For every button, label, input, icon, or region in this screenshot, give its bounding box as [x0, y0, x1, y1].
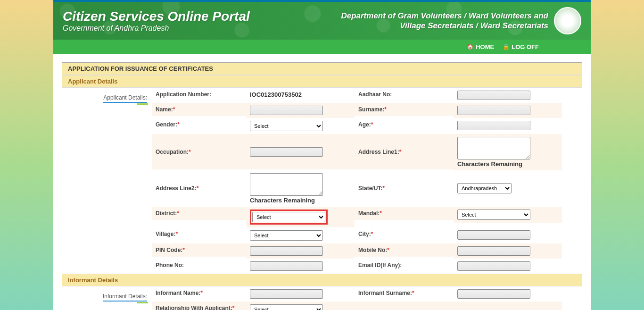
nav-home-label: HOME: [476, 43, 494, 50]
header-left: Citizen Services Online Portal Governmen…: [63, 9, 250, 33]
side-tab-informant: Informant Details:: [62, 286, 152, 310]
label-age: Age:*: [358, 121, 373, 128]
state-select[interactable]: Andhrapradesh: [457, 183, 512, 193]
section-applicant-body: Applicant Details: Application Number: I…: [62, 88, 582, 274]
addr2-textarea[interactable]: [250, 173, 323, 196]
label-aadhaar: Aadhaar No:: [358, 91, 392, 98]
inf-surname-input[interactable]: [457, 289, 530, 299]
portal-title: Citizen Services Online Portal: [63, 9, 250, 24]
mandal-select[interactable]: Select: [457, 209, 530, 220]
label-inf-name: Informant Name:*: [156, 290, 203, 296]
label-relation: Relationship With Applicant:*: [156, 305, 234, 310]
label-village: Village:*: [156, 231, 178, 237]
department-line2: Village Secretariats / Ward Secretariats: [341, 21, 548, 31]
label-phone: Phone No:: [156, 262, 184, 268]
label-addr2: Address Line2:*: [156, 185, 198, 192]
label-mandal: Mandal:*: [358, 210, 382, 217]
department-name: Department of Gram Volunteers / Ward Vol…: [341, 11, 548, 31]
value-app-no: IOC012300753502: [250, 91, 302, 98]
aadhaar-input[interactable]: [457, 91, 530, 100]
portal-subtitle: Government of Andhra Pradesh: [63, 24, 250, 33]
department-line1: Department of Gram Volunteers / Ward Vol…: [341, 11, 548, 21]
gender-select[interactable]: Select: [250, 121, 323, 131]
form-area: APPLICATION FOR ISSUANCE OF CERTIFICATES…: [53, 54, 591, 310]
tab-applicant-label[interactable]: Applicant Details:: [103, 94, 147, 103]
age-input[interactable]: [457, 121, 530, 130]
header-banner: Citizen Services Online Portal Governmen…: [53, 2, 591, 40]
label-addr1: Address Line1:*: [358, 149, 401, 155]
label-email: Email ID(If Any):: [358, 262, 402, 268]
nav-logoff-link[interactable]: 🔒 LOG OFF: [503, 43, 539, 50]
surname-input[interactable]: [457, 106, 530, 115]
section-applicant-header: Applicant Details: [62, 75, 582, 88]
label-mobile: Mobile No:*: [358, 247, 389, 253]
addr2-chars-remaining: Characters Remaining: [250, 197, 315, 204]
tab-informant-label[interactable]: Informant Details:: [103, 293, 147, 302]
district-highlight: Select: [250, 209, 328, 225]
phone-input[interactable]: [250, 261, 323, 271]
side-tab-applicant: Applicant Details:: [62, 88, 152, 274]
label-name: Name:*: [156, 106, 175, 113]
label-inf-surname: Informant Surname:*: [358, 290, 414, 296]
inf-name-input[interactable]: [250, 289, 323, 299]
applicant-grid: Application Number: IOC012300753502 Aadh…: [152, 88, 582, 274]
label-surname: Surname:*: [358, 106, 387, 113]
village-select[interactable]: Select: [250, 230, 323, 241]
section-informant-header: Informant Details: [62, 274, 582, 286]
email-input[interactable]: [457, 261, 530, 271]
addr1-textarea[interactable]: [457, 137, 530, 159]
pin-input[interactable]: [250, 246, 323, 256]
label-state: State/UT:*: [358, 185, 385, 192]
city-input[interactable]: [457, 230, 530, 240]
addr1-chars-remaining: Characters Remaining: [457, 160, 522, 168]
form-title-bar: APPLICATION FOR ISSUANCE OF CERTIFICATES: [62, 63, 582, 75]
label-city: City:*: [358, 231, 373, 237]
nav-logoff-label: LOG OFF: [512, 43, 539, 50]
label-district: District:*: [156, 210, 179, 217]
form-frame: APPLICATION FOR ISSUANCE OF CERTIFICATES…: [62, 62, 582, 310]
state-emblem-icon: [554, 7, 581, 34]
name-input[interactable]: [250, 106, 323, 115]
district-select[interactable]: Select: [252, 212, 325, 222]
label-gender: Gender:*: [156, 121, 180, 128]
section-informant-body: Informant Details: Informant Name:* Info…: [62, 286, 582, 310]
lock-icon: 🔒: [503, 43, 510, 50]
header-right: Department of Gram Volunteers / Ward Vol…: [341, 7, 581, 34]
informant-grid: Informant Name:* Informant Surname:* Rel…: [152, 286, 582, 310]
label-occupation: Occupation:*: [156, 149, 191, 155]
label-app-no: Application Number:: [156, 91, 211, 98]
relation-select[interactable]: Select: [250, 304, 323, 310]
nav-home-link[interactable]: 🏠 HOME: [467, 43, 494, 50]
home-icon: 🏠: [467, 43, 474, 50]
nav-bar: 🏠 HOME 🔒 LOG OFF: [53, 40, 591, 54]
page-container: Citizen Services Online Portal Governmen…: [53, 0, 591, 310]
occupation-input[interactable]: [250, 147, 323, 157]
mobile-input[interactable]: [457, 246, 530, 256]
label-pin: PIN Code:*: [156, 247, 185, 253]
